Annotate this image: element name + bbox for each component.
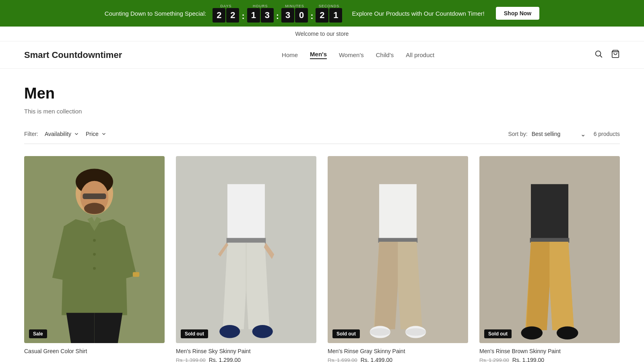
- price-filter-button[interactable]: Price: [86, 131, 107, 137]
- svg-point-18: [252, 325, 273, 338]
- svg-point-8: [84, 203, 105, 214]
- filter-bar: Filter: Availability Price Sort by: Best…: [24, 131, 620, 144]
- product-sale-price-4: Rs. 1,199.00: [512, 357, 544, 362]
- hours-label: Hours: [253, 4, 268, 8]
- days-digit-1: 2: [213, 8, 225, 23]
- product-card-4[interactable]: Sold out Men's Rinse Brown Skinny Paint …: [479, 156, 620, 362]
- svg-point-9: [93, 239, 96, 242]
- minutes-digit-2: 0: [295, 8, 308, 23]
- svg-point-30: [557, 326, 578, 339]
- nav-childs[interactable]: Child's: [376, 51, 394, 58]
- filter-right: Sort by: Best selling Price: Low to High…: [508, 131, 620, 137]
- svg-point-0: [596, 51, 601, 56]
- sort-wrapper: Best selling Price: Low to High Price: H…: [532, 131, 586, 137]
- product-badge-3: Sold out: [332, 329, 360, 338]
- page-title: Men: [24, 85, 620, 102]
- seconds-label: Seconds: [319, 4, 340, 8]
- nav-home[interactable]: Home: [282, 51, 298, 58]
- cart-button[interactable]: [611, 49, 620, 60]
- product-image-2: [176, 156, 316, 343]
- welcome-bar: Welcome to our store: [0, 27, 644, 41]
- product-original-price-2: Rs. 1,399.00: [176, 357, 206, 362]
- hours-digits: 1 3: [247, 8, 274, 23]
- countdown-hours-group: Hours 1 3: [247, 4, 274, 23]
- header-icons: [594, 49, 620, 60]
- product-sale-price-2: Rs. 1,299.00: [209, 357, 241, 362]
- svg-rect-7: [83, 193, 106, 199]
- colon-1: :: [241, 11, 245, 21]
- svg-line-1: [600, 56, 602, 57]
- product-badge-4: Sold out: [484, 329, 512, 338]
- product-count: 6 products: [594, 131, 620, 137]
- product-image-wrapper-3: Sold out: [328, 156, 468, 343]
- availability-label: Availability: [45, 131, 71, 137]
- search-icon: [594, 49, 603, 58]
- logo[interactable]: Smart Countdowntimer: [24, 50, 122, 60]
- nav-mens[interactable]: Men's: [310, 51, 327, 59]
- search-button[interactable]: [594, 49, 603, 60]
- product-image-3: [328, 156, 468, 343]
- shop-now-button[interactable]: Shop Now: [496, 7, 539, 20]
- days-label: Days: [221, 4, 232, 8]
- svg-point-11: [93, 267, 96, 270]
- product-name-2: Men's Rinse Sky Skinny Paint: [176, 348, 316, 354]
- cart-icon: [611, 49, 620, 58]
- product-sale-price-3: Rs. 1,499.00: [361, 357, 392, 362]
- colon-3: :: [310, 11, 314, 21]
- product-card-1[interactable]: Sale Casual Green Color Shirt: [24, 156, 165, 362]
- seconds-digit-1: 2: [316, 8, 328, 23]
- availability-filter-button[interactable]: Availability: [45, 131, 79, 137]
- banner-right-text: Explore Our Products with Our Countdown …: [352, 10, 484, 17]
- page-description: This is men collection: [24, 108, 620, 115]
- product-image-4: [479, 156, 620, 343]
- availability-chevron-icon: [74, 131, 79, 137]
- filter-label: Filter:: [24, 131, 38, 137]
- product-name-1: Casual Green Color Shirt: [24, 348, 165, 354]
- colon-2: :: [275, 11, 280, 21]
- svg-point-24: [370, 328, 390, 336]
- banner-left-text: Counting Down to Something Special:: [105, 10, 206, 17]
- hours-digit-2: 3: [261, 8, 274, 23]
- product-image-wrapper-4: Sold out: [479, 156, 620, 343]
- product-image-wrapper-1: Sale: [24, 156, 165, 343]
- page-content: Men This is men collection Filter: Avail…: [0, 69, 644, 362]
- svg-point-29: [521, 326, 543, 339]
- header: Smart Countdowntimer Home Men's Women's …: [0, 41, 644, 69]
- svg-point-17: [219, 325, 240, 338]
- sort-select[interactable]: Best selling Price: Low to High Price: H…: [532, 131, 586, 137]
- price-chevron-icon: [101, 131, 107, 137]
- product-card-2[interactable]: Sold out Men's Rinse Sky Skinny Paint Rs…: [176, 156, 316, 362]
- days-digits: 2 2: [213, 8, 239, 23]
- minutes-digits: 3 0: [281, 8, 308, 23]
- svg-rect-20: [379, 184, 417, 241]
- product-pricing-2: Rs. 1,399.00 Rs. 1,299.00: [176, 357, 316, 362]
- svg-point-10: [93, 253, 96, 256]
- product-pricing-3: Rs. 1,699.00 Rs. 1,499.00: [328, 357, 468, 362]
- seconds-digits: 2 1: [316, 8, 342, 23]
- countdown-days-group: Days 2 2: [213, 4, 239, 23]
- minutes-digit-1: 3: [281, 8, 294, 23]
- countdown-minutes-group: Minutes 3 0: [281, 4, 308, 23]
- product-original-price-4: Rs. 1,299.00: [479, 357, 509, 362]
- product-pricing-4: Rs. 1,299.00 Rs. 1,199.00: [479, 357, 620, 362]
- countdown-timer: Days 2 2 : Hours 1 3 : Minutes 3 0 :: [213, 4, 342, 23]
- product-image-1: [24, 156, 165, 343]
- days-digit-2: 2: [226, 8, 239, 23]
- hours-digit-1: 1: [247, 8, 260, 23]
- nav-womens[interactable]: Women's: [339, 51, 364, 58]
- product-image-wrapper-2: Sold out: [176, 156, 316, 343]
- product-badge-1: Sale: [29, 329, 47, 338]
- sort-label: Sort by:: [508, 131, 527, 137]
- svg-point-25: [405, 328, 426, 336]
- svg-rect-27: [531, 184, 568, 241]
- seconds-digit-2: 1: [329, 8, 342, 23]
- product-name-4: Men's Rinse Brown Skinny Paint: [479, 348, 620, 354]
- minutes-label: Minutes: [285, 4, 304, 8]
- nav-allproduct[interactable]: All product: [406, 51, 434, 58]
- product-card-3[interactable]: Sold out Men's Rinse Gray Skinny Paint R…: [328, 156, 468, 362]
- product-badge-2: Sold out: [181, 329, 208, 338]
- main-nav: Home Men's Women's Child's All product: [282, 51, 434, 59]
- product-name-3: Men's Rinse Gray Skinny Paint: [328, 348, 468, 354]
- product-original-price-3: Rs. 1,699.00: [328, 357, 357, 362]
- svg-rect-12: [133, 272, 139, 277]
